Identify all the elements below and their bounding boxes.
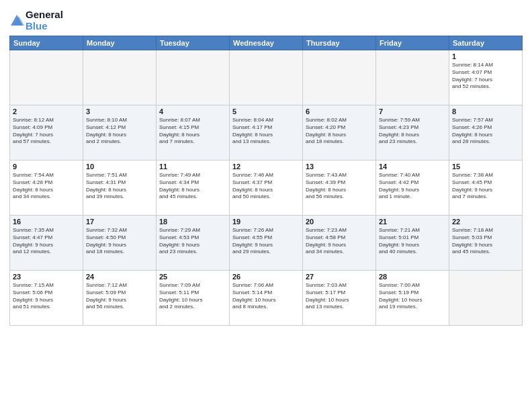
calendar-cell: 6Sunrise: 8:02 AM Sunset: 4:20 PM Daylig… (303, 105, 376, 161)
calendar-cell: 2Sunrise: 8:12 AM Sunset: 4:09 PM Daylig… (10, 105, 83, 161)
day-number: 6 (306, 107, 373, 116)
calendar-cell: 12Sunrise: 7:46 AM Sunset: 4:37 PM Dayli… (230, 161, 303, 216)
calendar-cell: 5Sunrise: 8:04 AM Sunset: 4:17 PM Daylig… (230, 105, 303, 161)
calendar-cell (10, 50, 83, 105)
day-number: 27 (306, 273, 373, 281)
calendar-cell: 9Sunrise: 7:54 AM Sunset: 4:28 PM Daylig… (10, 161, 83, 216)
calendar-cell: 16Sunrise: 7:35 AM Sunset: 4:47 PM Dayli… (10, 216, 83, 271)
calendar-cell (303, 50, 376, 105)
day-info: Sunrise: 7:23 AM Sunset: 4:58 PM Dayligh… (306, 227, 373, 256)
day-info: Sunrise: 7:18 AM Sunset: 5:03 PM Dayligh… (452, 227, 519, 256)
day-number: 7 (379, 107, 446, 116)
calendar-cell: 1Sunrise: 8:14 AM Sunset: 4:07 PM Daylig… (449, 50, 523, 105)
day-info: Sunrise: 8:04 AM Sunset: 4:17 PM Dayligh… (232, 117, 300, 146)
day-info: Sunrise: 8:07 AM Sunset: 4:15 PM Dayligh… (159, 117, 226, 146)
calendar-cell: 27Sunrise: 7:03 AM Sunset: 5:17 PM Dayli… (303, 271, 376, 326)
day-number: 9 (13, 163, 80, 171)
logo: General Blue (9, 9, 63, 32)
calendar-cell: 24Sunrise: 7:12 AM Sunset: 5:09 PM Dayli… (83, 271, 157, 326)
day-number: 15 (452, 163, 519, 171)
calendar-cell (157, 50, 230, 105)
day-info: Sunrise: 7:43 AM Sunset: 4:39 PM Dayligh… (306, 172, 373, 201)
calendar-cell: 13Sunrise: 7:43 AM Sunset: 4:39 PM Dayli… (303, 161, 376, 216)
calendar-cell: 11Sunrise: 7:49 AM Sunset: 4:34 PM Dayli… (157, 161, 230, 216)
weekday-header-saturday: Saturday (449, 36, 523, 50)
day-number: 26 (232, 273, 300, 281)
calendar-cell: 19Sunrise: 7:26 AM Sunset: 4:55 PM Dayli… (230, 216, 303, 271)
weekday-header-thursday: Thursday (303, 36, 376, 50)
day-info: Sunrise: 7:03 AM Sunset: 5:17 PM Dayligh… (306, 282, 373, 311)
day-info: Sunrise: 7:26 AM Sunset: 4:55 PM Dayligh… (232, 227, 300, 256)
logo-text: General Blue (26, 9, 63, 32)
calendar-cell: 20Sunrise: 7:23 AM Sunset: 4:58 PM Dayli… (303, 216, 376, 271)
calendar-cell: 15Sunrise: 7:38 AM Sunset: 4:45 PM Dayli… (449, 161, 523, 216)
calendar-week-row: 1Sunrise: 8:14 AM Sunset: 4:07 PM Daylig… (10, 50, 523, 105)
day-number: 4 (159, 107, 226, 116)
day-info: Sunrise: 7:38 AM Sunset: 4:45 PM Dayligh… (452, 172, 519, 201)
day-info: Sunrise: 8:12 AM Sunset: 4:09 PM Dayligh… (13, 117, 80, 146)
page-container: General Blue SundayMondayTuesdayWednesda… (0, 0, 532, 332)
day-info: Sunrise: 7:51 AM Sunset: 4:31 PM Dayligh… (86, 172, 153, 201)
header: General Blue (9, 7, 523, 32)
day-number: 2 (13, 107, 80, 116)
calendar-cell: 10Sunrise: 7:51 AM Sunset: 4:31 PM Dayli… (83, 161, 157, 216)
day-number: 3 (86, 107, 153, 116)
calendar-cell: 23Sunrise: 7:15 AM Sunset: 5:06 PM Dayli… (10, 271, 83, 326)
calendar-cell: 7Sunrise: 7:59 AM Sunset: 4:23 PM Daylig… (376, 105, 449, 161)
logo-icon (9, 13, 24, 28)
calendar-cell (230, 50, 303, 105)
day-info: Sunrise: 7:29 AM Sunset: 4:53 PM Dayligh… (159, 227, 226, 256)
day-number: 5 (232, 107, 300, 116)
day-number: 25 (159, 273, 226, 281)
day-info: Sunrise: 8:14 AM Sunset: 4:07 PM Dayligh… (452, 62, 519, 91)
calendar-week-row: 2Sunrise: 8:12 AM Sunset: 4:09 PM Daylig… (10, 105, 523, 161)
day-info: Sunrise: 7:49 AM Sunset: 4:34 PM Dayligh… (159, 172, 226, 201)
day-number: 19 (232, 218, 300, 226)
calendar-cell: 25Sunrise: 7:09 AM Sunset: 5:11 PM Dayli… (157, 271, 230, 326)
calendar-cell: 3Sunrise: 8:10 AM Sunset: 4:12 PM Daylig… (83, 105, 157, 161)
day-number: 10 (86, 163, 153, 171)
day-number: 18 (159, 218, 226, 226)
calendar-cell (449, 271, 523, 326)
calendar-cell: 8Sunrise: 7:57 AM Sunset: 4:26 PM Daylig… (449, 105, 523, 161)
day-info: Sunrise: 7:09 AM Sunset: 5:11 PM Dayligh… (159, 282, 226, 311)
weekday-header-wednesday: Wednesday (230, 36, 303, 50)
day-info: Sunrise: 7:00 AM Sunset: 5:19 PM Dayligh… (379, 282, 446, 311)
day-info: Sunrise: 7:15 AM Sunset: 5:06 PM Dayligh… (13, 282, 80, 311)
calendar-cell (376, 50, 449, 105)
calendar-cell: 22Sunrise: 7:18 AM Sunset: 5:03 PM Dayli… (449, 216, 523, 271)
calendar-cell: 4Sunrise: 8:07 AM Sunset: 4:15 PM Daylig… (157, 105, 230, 161)
calendar-week-row: 16Sunrise: 7:35 AM Sunset: 4:47 PM Dayli… (10, 216, 523, 271)
day-number: 23 (13, 273, 80, 281)
day-number: 17 (86, 218, 153, 226)
day-number: 12 (232, 163, 300, 171)
day-info: Sunrise: 7:32 AM Sunset: 4:50 PM Dayligh… (86, 227, 153, 256)
calendar-cell: 14Sunrise: 7:40 AM Sunset: 4:42 PM Dayli… (376, 161, 449, 216)
day-info: Sunrise: 7:35 AM Sunset: 4:47 PM Dayligh… (13, 227, 80, 256)
day-info: Sunrise: 8:10 AM Sunset: 4:12 PM Dayligh… (86, 117, 153, 146)
day-number: 22 (452, 218, 519, 226)
calendar-cell: 21Sunrise: 7:21 AM Sunset: 5:01 PM Dayli… (376, 216, 449, 271)
day-number: 11 (159, 163, 226, 171)
day-number: 8 (452, 107, 519, 116)
day-info: Sunrise: 7:54 AM Sunset: 4:28 PM Dayligh… (13, 172, 80, 201)
day-info: Sunrise: 7:46 AM Sunset: 4:37 PM Dayligh… (232, 172, 300, 201)
day-number: 20 (306, 218, 373, 226)
day-number: 1 (452, 52, 519, 60)
calendar-cell (83, 50, 157, 105)
weekday-header-monday: Monday (83, 36, 157, 50)
calendar-table: SundayMondayTuesdayWednesdayThursdayFrid… (9, 36, 523, 326)
day-info: Sunrise: 7:57 AM Sunset: 4:26 PM Dayligh… (452, 117, 519, 146)
calendar-cell: 28Sunrise: 7:00 AM Sunset: 5:19 PM Dayli… (376, 271, 449, 326)
calendar-cell: 18Sunrise: 7:29 AM Sunset: 4:53 PM Dayli… (157, 216, 230, 271)
day-info: Sunrise: 7:59 AM Sunset: 4:23 PM Dayligh… (379, 117, 446, 146)
day-number: 13 (306, 163, 373, 171)
day-info: Sunrise: 8:02 AM Sunset: 4:20 PM Dayligh… (306, 117, 373, 146)
weekday-header-row: SundayMondayTuesdayWednesdayThursdayFrid… (10, 36, 523, 50)
calendar-week-row: 23Sunrise: 7:15 AM Sunset: 5:06 PM Dayli… (10, 271, 523, 326)
calendar-cell: 26Sunrise: 7:06 AM Sunset: 5:14 PM Dayli… (230, 271, 303, 326)
day-number: 14 (379, 163, 446, 171)
day-number: 24 (86, 273, 153, 281)
day-info: Sunrise: 7:40 AM Sunset: 4:42 PM Dayligh… (379, 172, 446, 201)
weekday-header-sunday: Sunday (10, 36, 83, 50)
